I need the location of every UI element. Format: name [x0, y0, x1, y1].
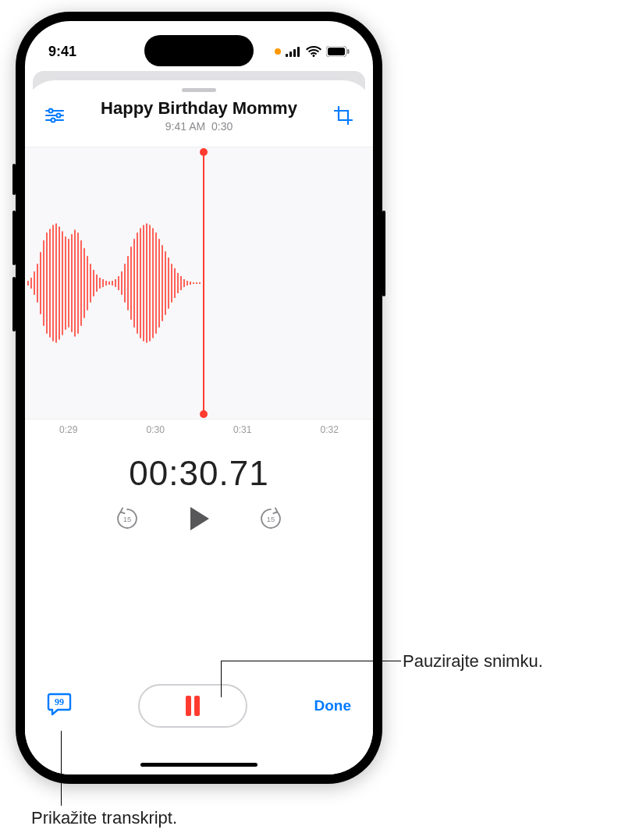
tick: 0:30 [112, 424, 200, 435]
play-button[interactable] [187, 505, 211, 535]
elapsed-time: 00:30.71 [25, 454, 373, 493]
transcript-button[interactable]: 99 [47, 693, 72, 719]
phone-frame: 9:41 [16, 12, 382, 784]
dynamic-island [144, 35, 254, 66]
svg-rect-1 [289, 51, 292, 57]
trim-button[interactable] [325, 100, 362, 131]
battery-icon [326, 46, 350, 57]
tick: 0:31 [199, 424, 286, 435]
recording-sheet: Happy Birthday Mommy 9:41 AM 0:30 [25, 80, 373, 774]
waveform-area[interactable] [25, 147, 373, 420]
callout-line [222, 661, 401, 661]
callout-pause: Pauzirajte snimku. [403, 651, 543, 672]
svg-rect-73 [194, 696, 200, 716]
callout-transcript: Prikažite transkript. [31, 808, 177, 828]
status-time: 9:41 [48, 44, 76, 60]
svg-rect-72 [186, 696, 191, 716]
svg-text:99: 99 [55, 696, 64, 707]
callout-line [61, 731, 62, 806]
cellular-icon [286, 47, 301, 57]
svg-rect-6 [347, 49, 350, 54]
pause-button[interactable] [138, 684, 247, 728]
recording-subtitle: 9:41 AM 0:30 [25, 120, 373, 133]
svg-rect-3 [297, 47, 300, 57]
svg-point-12 [51, 119, 55, 122]
crop-icon [334, 106, 353, 125]
skip-back-15-icon: 15 [114, 505, 140, 532]
wifi-icon [306, 46, 321, 57]
skip-forward-15-icon: 15 [257, 505, 284, 532]
screen: 9:41 [25, 21, 373, 774]
timeline-ruler: 0:29 0:30 0:31 0:32 [25, 420, 373, 435]
recording-title[interactable]: Happy Birthday Mommy [25, 98, 373, 119]
sliders-icon [44, 108, 65, 123]
skip-forward-button[interactable]: 15 [257, 505, 284, 535]
home-indicator[interactable] [140, 763, 257, 767]
pause-icon [184, 696, 201, 716]
svg-text:15: 15 [267, 516, 275, 523]
tick: 0:29 [25, 424, 112, 435]
options-button[interactable] [36, 100, 73, 131]
recording-indicator-icon [275, 48, 281, 55]
skip-back-button[interactable]: 15 [114, 505, 140, 535]
svg-rect-2 [293, 49, 296, 57]
waveform-icon [25, 147, 373, 419]
transcript-icon: 99 [47, 693, 72, 716]
svg-point-10 [57, 114, 61, 118]
svg-rect-5 [328, 48, 345, 55]
svg-rect-0 [286, 54, 288, 57]
tick: 0:32 [286, 424, 374, 435]
sheet-grabber[interactable] [182, 88, 216, 92]
done-button[interactable]: Done [314, 697, 352, 714]
play-icon [187, 505, 211, 532]
svg-text:15: 15 [123, 516, 131, 523]
svg-point-8 [49, 109, 53, 113]
playhead[interactable] [203, 152, 204, 414]
